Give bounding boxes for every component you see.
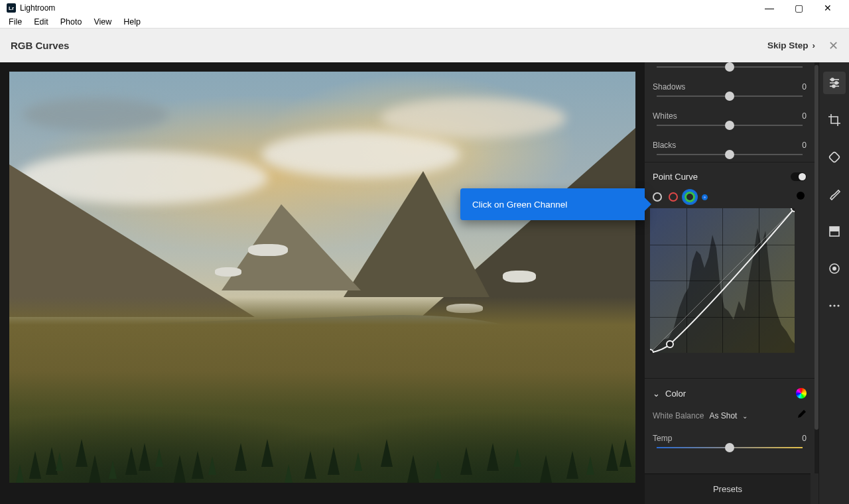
more-tools-button[interactable] [823,294,846,317]
svg-rect-17 [828,152,840,163]
point-curve-header[interactable]: Point Curve [645,168,815,186]
blacks-knob[interactable] [725,150,734,159]
whites-label: Whites [653,111,677,121]
presets-label: Presets [713,484,742,494]
svg-point-23 [833,304,835,306]
window-titlebar: Lr Lightroom — ▢ ✕ [0,0,849,16]
temp-slider[interactable] [657,447,803,448]
crop-tool-button[interactable] [823,109,846,131]
app-logo-icon: Lr [7,3,16,13]
svg-point-21 [832,267,836,271]
color-section-label: Color [665,389,686,399]
blacks-slider[interactable] [657,154,803,155]
svg-point-16 [832,85,835,88]
coach-mark-text: Click on Green Channel [472,200,567,210]
menu-bar: File Edit Photo View Help [0,16,849,28]
slider-generic[interactable] [657,66,803,68]
menu-photo[interactable]: Photo [56,17,87,27]
shadows-slider[interactable] [657,95,803,97]
canvas-area: Click on Green Channel [0,62,645,504]
window-maximize-button[interactable]: ▢ [784,3,813,13]
whites-slider[interactable] [657,125,803,126]
svg-rect-19 [830,227,839,231]
channel-rgb-button[interactable] [653,192,662,202]
panel-scrollbar[interactable] [815,62,818,473]
linear-gradient-tool-button[interactable] [823,220,846,243]
main-area: Click on Green Channel Shadows0 Whites0 … [0,62,849,504]
white-balance-value: As Shot [709,411,737,420]
panel-scroll-thumb[interactable] [815,65,818,430]
brush-tool-button[interactable] [823,183,846,206]
coach-mark: Click on Green Channel [460,188,645,220]
chevron-down-icon: ⌄ [742,412,748,420]
color-section-header[interactable]: ⌄ Color [645,384,815,403]
right-toolbar [818,62,849,504]
channel-blue-button[interactable] [702,194,708,200]
white-balance-label: White Balance [653,411,704,420]
svg-point-14 [831,78,834,81]
tutorial-close-button[interactable]: ✕ [828,38,838,53]
app-title: Lightroom [20,3,55,13]
whites-knob[interactable] [725,121,734,130]
temp-value: 0 [802,434,807,443]
chevron-down-icon: ⌄ [653,389,660,399]
menu-file[interactable]: File [4,17,27,27]
svg-point-1 [799,194,802,197]
temp-label: Temp [653,434,672,443]
blacks-value: 0 [802,141,807,150]
shadows-knob[interactable] [725,92,734,101]
svg-point-24 [837,304,839,306]
svg-point-9 [667,341,673,347]
presets-button[interactable]: Presets [645,473,811,504]
healing-tool-button[interactable] [823,146,846,168]
eyedropper-icon[interactable] [796,409,807,422]
edit-tool-button[interactable] [823,72,846,94]
radial-gradient-tool-button[interactable] [823,257,846,280]
skip-step-label: Skip Step [767,40,809,50]
white-balance-dropdown[interactable]: As Shot ⌄ [709,411,747,420]
svg-line-7 [650,208,795,353]
window-minimize-button[interactable]: — [755,3,784,13]
blacks-label: Blacks [653,141,676,150]
tutorial-title: RGB Curves [11,40,69,51]
channel-green-button[interactable] [685,192,695,202]
point-curve-toggle[interactable] [791,172,807,181]
channel-red-button[interactable] [669,192,678,202]
skip-step-button[interactable]: Skip Step › [767,40,815,50]
window-close-button[interactable]: ✕ [813,3,842,13]
point-curve-label: Point Curve [653,172,698,182]
menu-view[interactable]: View [89,17,116,27]
point-curve-editor[interactable] [650,208,795,353]
chevron-right-icon: › [813,40,816,50]
svg-point-15 [835,82,838,84]
curve-line-icon [650,208,795,353]
edit-panel: Shadows0 Whites0 Blacks0 Point Curve [645,62,818,504]
temp-knob[interactable] [725,443,734,452]
whites-value: 0 [802,111,807,121]
shadows-label: Shadows [653,82,685,92]
menu-help[interactable]: Help [119,17,145,27]
curve-channel-row [645,186,815,207]
color-mixer-icon[interactable] [796,388,807,399]
shadows-value: 0 [802,82,807,92]
curve-target-picker-icon[interactable] [795,190,807,204]
menu-edit[interactable]: Edit [29,17,53,27]
svg-point-22 [829,304,831,306]
tutorial-bar: RGB Curves Skip Step › ✕ [0,28,849,62]
photo-preview[interactable] [9,72,635,483]
slider-knob[interactable] [725,62,734,72]
